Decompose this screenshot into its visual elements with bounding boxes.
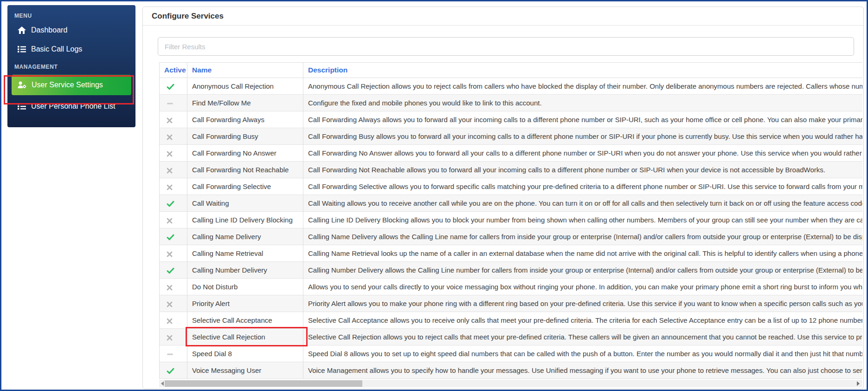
service-name: Call Forwarding No Answer bbox=[192, 149, 276, 157]
service-name: Voice Messaging User bbox=[192, 366, 261, 374]
active-status-cell bbox=[160, 295, 187, 312]
active-status-cell bbox=[160, 145, 187, 162]
column-header-description[interactable]: Description bbox=[303, 63, 863, 78]
service-name: Speed Dial 8 bbox=[192, 350, 232, 358]
table-row[interactable]: Call Forwarding Selective Call Forwardin… bbox=[160, 178, 863, 195]
column-header-active[interactable]: Active bbox=[160, 63, 187, 78]
active-status-cell bbox=[160, 312, 187, 329]
service-description: Call Forwarding Always allows you to for… bbox=[308, 116, 862, 124]
service-description: Call Forwarding No Answer allows you to … bbox=[308, 149, 862, 157]
service-name-cell: Anonymous Call Rejection bbox=[187, 78, 303, 95]
service-name-cell: Selective Call Rejection bbox=[187, 329, 303, 345]
check-icon bbox=[167, 201, 174, 207]
service-name-cell: Voice Messaging User bbox=[187, 362, 303, 379]
service-description-cell: Speed Dial 8 allows you to set up to eig… bbox=[303, 345, 863, 362]
table-header-row: Active Name Description bbox=[160, 63, 863, 78]
service-description: Speed Dial 8 allows you to set up to eig… bbox=[308, 350, 862, 358]
table-row[interactable]: Voice Messaging User Voice Management al… bbox=[160, 362, 863, 379]
check-icon bbox=[167, 84, 174, 90]
table-row[interactable]: Call Forwarding Busy Call Forwarding Bus… bbox=[160, 128, 863, 145]
table-row[interactable]: Speed Dial 8 Speed Dial 8 allows you to … bbox=[160, 345, 863, 362]
sidebar-section: MENU Dashboard Basic Call Logs bbox=[7, 13, 135, 57]
x-icon bbox=[167, 168, 173, 174]
table-row[interactable]: Calling Name Delivery Calling Name Deliv… bbox=[160, 228, 863, 245]
table-row[interactable]: Selective Call Acceptance Selective Call… bbox=[160, 312, 863, 329]
service-description-cell: Call Forwarding Selective allows you to … bbox=[303, 178, 863, 195]
scrollbar-right-arrow-icon[interactable] bbox=[855, 380, 862, 387]
service-description-cell: Selective Call Acceptance allows you to … bbox=[303, 312, 863, 329]
x-icon bbox=[167, 184, 173, 190]
service-name-cell: Call Waiting bbox=[187, 195, 303, 212]
x-icon bbox=[167, 151, 173, 157]
service-name: Selective Call Acceptance bbox=[192, 316, 272, 324]
service-name: Calling Number Delivery bbox=[192, 266, 267, 274]
x-icon bbox=[167, 134, 173, 140]
horizontal-scrollbar[interactable] bbox=[159, 380, 862, 387]
sidebar-item-label: User Service Settings bbox=[32, 81, 103, 89]
service-description: Call Forwarding Busy allows you to forwa… bbox=[308, 132, 862, 140]
active-status-cell bbox=[160, 195, 187, 212]
service-name: Calling Name Delivery bbox=[192, 233, 261, 241]
service-description: Call Forwarding Not Reachable allows you… bbox=[308, 166, 825, 174]
service-description-cell: Call Forwarding Always allows you to for… bbox=[303, 111, 863, 128]
active-status-cell bbox=[160, 212, 187, 228]
service-description: Call Waiting allows you to receive anoth… bbox=[308, 199, 862, 207]
service-description: Selective Call Rejection allows you to r… bbox=[308, 333, 862, 341]
table-row[interactable]: Find Me/Follow Me Configure the fixed an… bbox=[160, 95, 863, 111]
table-row[interactable]: Call Waiting Call Waiting allows you to … bbox=[160, 195, 863, 212]
filter-results-input[interactable] bbox=[158, 37, 854, 56]
page-title: Configure Services bbox=[143, 7, 863, 26]
x-icon bbox=[167, 318, 173, 324]
service-name-cell: Call Forwarding No Answer bbox=[187, 145, 303, 162]
table-row[interactable]: Calling Name Retrieval Calling Name Retr… bbox=[160, 245, 863, 262]
sidebar-section-label: MANAGEMENT bbox=[7, 64, 135, 70]
sidebar-item-basic-call-logs[interactable]: Basic Call Logs bbox=[7, 41, 135, 57]
table-row[interactable]: Calling Line ID Delivery Blocking Callin… bbox=[160, 212, 863, 228]
x-icon bbox=[167, 301, 173, 307]
sidebar-item-user-personal-phone-list[interactable]: User Personal Phone List bbox=[7, 98, 135, 114]
x-icon bbox=[167, 117, 173, 124]
service-name: Calling Name Retrieval bbox=[192, 249, 263, 257]
configure-services-panel: Configure Services Active Name Descripti… bbox=[142, 7, 864, 389]
sidebar-item-user-service-settings[interactable]: User Service Settings bbox=[12, 75, 131, 95]
service-name-cell: Call Forwarding Not Reachable bbox=[187, 162, 303, 178]
list-icon bbox=[17, 46, 26, 53]
table-row[interactable]: Call Forwarding No Answer Call Forwardin… bbox=[160, 145, 863, 162]
service-description: Calling Name Retrieval looks up the name… bbox=[308, 249, 862, 257]
service-description: Voice Management allows you to specify h… bbox=[308, 366, 862, 374]
active-status-cell bbox=[160, 279, 187, 295]
service-description: Allows you to send your calls directly t… bbox=[308, 283, 862, 291]
table-row[interactable]: Anonymous Call Rejection Anonymous Call … bbox=[160, 78, 863, 95]
active-status-cell bbox=[160, 362, 187, 379]
service-name: Call Waiting bbox=[192, 199, 229, 207]
service-name: Calling Line ID Delivery Blocking bbox=[192, 216, 293, 224]
service-description: Configure the fixed and mobile phones yo… bbox=[308, 99, 542, 107]
service-description-cell: Priority Alert allows you to make your p… bbox=[303, 295, 863, 312]
active-status-cell bbox=[160, 228, 187, 245]
service-description-cell: Calling Name Delivery allows the Calling… bbox=[303, 228, 863, 245]
service-description: Calling Name Delivery allows the Calling… bbox=[308, 233, 862, 241]
service-name: Call Forwarding Not Reachable bbox=[192, 166, 289, 174]
service-name: Call Forwarding Busy bbox=[192, 132, 258, 140]
sidebar-item-dashboard[interactable]: Dashboard bbox=[7, 22, 135, 38]
table-row[interactable]: Do Not Disturb Allows you to send your c… bbox=[160, 279, 863, 295]
service-name-cell: Call Forwarding Selective bbox=[187, 178, 303, 195]
active-status-cell bbox=[160, 111, 187, 128]
table-row[interactable]: Priority Alert Priority Alert allows you… bbox=[160, 295, 863, 312]
scrollbar-thumb[interactable] bbox=[165, 380, 362, 387]
service-description-cell: Call Forwarding Busy allows you to forwa… bbox=[303, 128, 863, 145]
active-status-cell bbox=[160, 345, 187, 362]
service-description-cell: Anonymous Call Rejection allows you to r… bbox=[303, 78, 863, 95]
table-row[interactable]: Call Forwarding Always Call Forwarding A… bbox=[160, 111, 863, 128]
table-row[interactable]: Calling Number Delivery Calling Number D… bbox=[160, 262, 863, 279]
service-description-cell: Voice Management allows you to specify h… bbox=[303, 362, 863, 379]
column-header-name[interactable]: Name bbox=[187, 63, 303, 78]
panel-body: Active Name Description Anonymous Call R… bbox=[143, 26, 863, 390]
table-row[interactable]: Selective Call Rejection Selective Call … bbox=[160, 329, 863, 345]
table-row[interactable]: Call Forwarding Not Reachable Call Forwa… bbox=[160, 162, 863, 178]
active-status-cell bbox=[160, 162, 187, 178]
service-name-cell: Priority Alert bbox=[187, 295, 303, 312]
service-name-cell: Calling Number Delivery bbox=[187, 262, 303, 279]
dash-icon bbox=[167, 353, 174, 356]
active-status-cell bbox=[160, 262, 187, 279]
